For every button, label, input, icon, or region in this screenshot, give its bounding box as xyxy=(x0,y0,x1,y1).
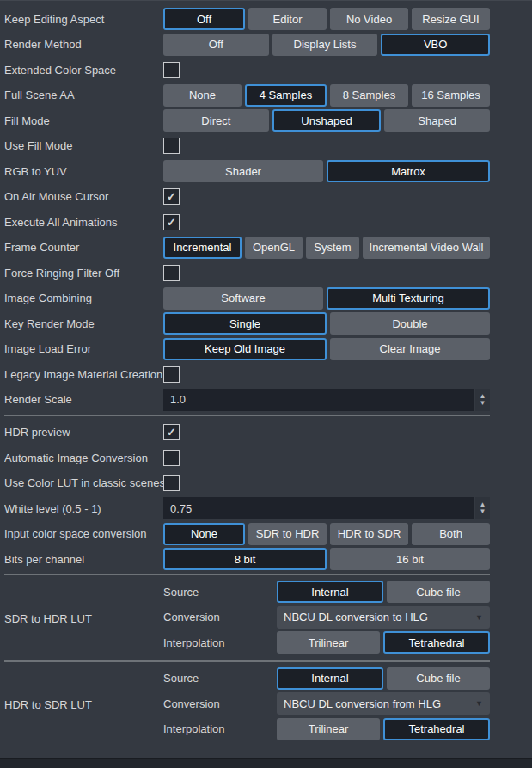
row-image-combining: Image Combining Software Multi Texturing xyxy=(4,287,532,310)
sdr-to-hdr-conversion-dropdown[interactable]: NBCU DL conversion to HLG ▼ xyxy=(277,606,490,629)
extended-color-space-checkbox[interactable]: ✓ xyxy=(163,62,180,78)
chevron-down-icon: ▼ xyxy=(475,699,483,708)
force-ringing-filter-off-checkbox[interactable]: ✓ xyxy=(163,265,180,281)
image-combining-option-software[interactable]: Software xyxy=(163,287,323,310)
key-render-mode-option-single[interactable]: Single xyxy=(163,312,327,335)
legacy-image-material-creation-checkbox[interactable]: ✓ xyxy=(163,366,180,383)
bits-per-channel-option-8-bit[interactable]: 8 bit xyxy=(163,548,327,570)
row-keep-editing-aspect: Keep Editing Aspect Off Editor No Video … xyxy=(4,8,532,30)
extended-color-space-label: Extended Color Space xyxy=(4,64,163,77)
render-scale-input[interactable] xyxy=(163,389,474,411)
keep-editing-aspect-option-no-video[interactable]: No Video xyxy=(330,8,408,30)
keep-editing-aspect-option-resize-gui[interactable]: Resize GUI xyxy=(412,8,490,30)
hdr-to-sdr-source-group: Internal Cube file xyxy=(277,667,490,690)
bottom-bar xyxy=(0,758,532,768)
full-scene-aa-option-none[interactable]: None xyxy=(163,84,242,107)
execute-all-animations-checkbox[interactable]: ✓ xyxy=(163,214,180,230)
keep-editing-aspect-option-off[interactable]: Off xyxy=(163,8,245,30)
hdr-preview-label: HDR preview xyxy=(4,426,163,439)
image-combining-option-multi-texturing[interactable]: Multi Texturing xyxy=(327,287,490,310)
hdr-to-sdr-source-option-cube-file[interactable]: Cube file xyxy=(387,667,490,690)
render-method-option-off[interactable]: Off xyxy=(163,34,269,56)
row-automatic-image-conversion: Automatic Image Conversion ✓ xyxy=(4,446,532,469)
render-method-group: Off Display Lists VBO xyxy=(163,34,490,56)
section-divider xyxy=(4,660,490,662)
frame-counter-option-incremental[interactable]: Incremental xyxy=(163,237,242,259)
bits-per-channel-label: Bits per channel xyxy=(4,553,163,566)
on-air-mouse-cursor-checkbox[interactable]: ✓ xyxy=(163,188,180,205)
full-scene-aa-option-16-samples[interactable]: 16 Samples xyxy=(412,84,490,107)
spin-down-icon[interactable]: ▼ xyxy=(480,400,486,407)
hdr-to-sdr-interpolation-option-tetrahedral[interactable]: Tetrahedral xyxy=(383,718,490,740)
image-load-error-option-clear-image[interactable]: Clear Image xyxy=(330,338,490,360)
white-level-input[interactable] xyxy=(163,497,474,519)
input-color-space-option-sdr-to-hdr[interactable]: SDR to HDR xyxy=(248,523,327,545)
hdr-to-sdr-source-option-internal[interactable]: Internal xyxy=(277,667,383,690)
row-sdr-to-hdr-conversion: Conversion NBCU DL conversion to HLG ▼ xyxy=(163,606,490,629)
frame-counter-option-opengl[interactable]: OpenGL xyxy=(245,237,303,259)
sdr-to-hdr-interpolation-option-trilinear[interactable]: Trilinear xyxy=(277,631,380,654)
key-render-mode-label: Key Render Mode xyxy=(4,317,163,330)
fill-mode-option-unshaped[interactable]: Unshaped xyxy=(272,109,382,132)
interpolation-label: Interpolation xyxy=(163,722,277,735)
render-method-option-display-lists[interactable]: Display Lists xyxy=(272,34,378,56)
render-method-option-vbo[interactable]: VBO xyxy=(381,34,490,56)
keep-editing-aspect-option-editor[interactable]: Editor xyxy=(248,8,327,30)
sdr-to-hdr-source-group: Internal Cube file xyxy=(277,581,490,603)
spin-down-icon[interactable]: ▼ xyxy=(480,508,486,515)
frame-counter-label: Frame Counter xyxy=(4,241,163,254)
fill-mode-option-direct[interactable]: Direct xyxy=(163,109,269,132)
full-scene-aa-option-8-samples[interactable]: 8 Samples xyxy=(330,84,408,107)
white-level-spinner: ▲ ▼ xyxy=(163,497,490,519)
hdr-to-sdr-conversion-dropdown[interactable]: NBCU DL conversion from HLG ▼ xyxy=(277,692,490,715)
hdr-preview-checkbox[interactable]: ✓ xyxy=(163,424,180,440)
input-color-space-option-none[interactable]: None xyxy=(163,523,245,545)
white-level-spin-buttons[interactable]: ▲ ▼ xyxy=(475,497,490,519)
image-load-error-option-keep-old-image[interactable]: Keep Old Image xyxy=(163,338,327,360)
use-color-lut-in-classic-scenes-checkbox[interactable]: ✓ xyxy=(163,475,180,491)
key-render-mode-option-double[interactable]: Double xyxy=(330,312,490,335)
hdr-to-sdr-lut-label: HDR to SDR LUT xyxy=(4,667,163,744)
render-method-label: Render Method xyxy=(4,38,163,51)
row-full-scene-aa: Full Scene AA None 4 Samples 8 Samples 1… xyxy=(4,84,532,107)
full-scene-aa-label: Full Scene AA xyxy=(4,89,163,101)
hdr-to-sdr-interpolation-option-trilinear[interactable]: Trilinear xyxy=(277,718,380,740)
sdr-to-hdr-source-option-internal[interactable]: Internal xyxy=(277,581,383,603)
bits-per-channel-option-16-bit[interactable]: 16 bit xyxy=(330,548,490,570)
white-level-label: White level (0.5 - 1) xyxy=(4,502,163,515)
row-hdr-to-sdr-conversion: Conversion NBCU DL conversion from HLG ▼ xyxy=(163,692,490,715)
frame-counter-option-system[interactable]: System xyxy=(306,237,359,259)
automatic-image-conversion-checkbox[interactable]: ✓ xyxy=(163,450,180,466)
rgb-to-yuv-option-matrox[interactable]: Matrox xyxy=(327,160,490,182)
frame-counter-option-incremental-video-wall[interactable]: Incremental Video Wall xyxy=(363,237,490,259)
hdr-to-sdr-interpolation-group: Trilinear Tetrahedral xyxy=(277,718,490,740)
row-hdr-to-sdr-interpolation: Interpolation Trilinear Tetrahedral xyxy=(163,718,490,740)
input-color-space-option-both[interactable]: Both xyxy=(412,523,490,545)
row-extended-color-space: Extended Color Space ✓ xyxy=(4,58,532,81)
chevron-down-icon: ▼ xyxy=(475,613,483,622)
sdr-to-hdr-source-option-cube-file[interactable]: Cube file xyxy=(387,581,490,603)
use-fill-mode-checkbox[interactable]: ✓ xyxy=(163,138,180,154)
fill-mode-label: Fill Mode xyxy=(4,114,163,127)
key-render-mode-group: Single Double xyxy=(163,312,490,335)
bits-per-channel-group: 8 bit 16 bit xyxy=(163,548,490,570)
row-hdr-to-sdr-source: Source Internal Cube file xyxy=(163,667,490,690)
keep-editing-aspect-label: Keep Editing Aspect xyxy=(4,13,163,26)
row-render-scale: Render Scale ▲ ▼ xyxy=(4,389,532,411)
full-scene-aa-option-4-samples[interactable]: 4 Samples xyxy=(245,84,327,107)
automatic-image-conversion-label: Automatic Image Conversion xyxy=(4,452,163,464)
conversion-label: Conversion xyxy=(163,611,277,624)
row-key-render-mode: Key Render Mode Single Double xyxy=(4,312,532,335)
frame-counter-group: Incremental OpenGL System Incremental Vi… xyxy=(163,237,490,259)
sdr-to-hdr-interpolation-option-tetrahedral[interactable]: Tetrahedral xyxy=(383,631,490,654)
checkmark-icon: ✓ xyxy=(167,217,176,228)
render-scale-spin-buttons[interactable]: ▲ ▼ xyxy=(475,389,490,411)
sdr-to-hdr-interpolation-group: Trilinear Tetrahedral xyxy=(277,631,490,654)
rgb-to-yuv-option-shader[interactable]: Shader xyxy=(163,160,323,182)
input-color-space-option-hdr-to-sdr[interactable]: HDR to SDR xyxy=(330,523,408,545)
render-scale-label: Render Scale xyxy=(4,393,163,406)
fill-mode-option-shaped[interactable]: Shaped xyxy=(384,109,490,132)
full-scene-aa-group: None 4 Samples 8 Samples 16 Samples xyxy=(163,84,490,107)
hdr-to-sdr-lut-section: HDR to SDR LUT Source Internal Cube file… xyxy=(4,667,532,744)
rgb-to-yuv-group: Shader Matrox xyxy=(163,160,490,182)
